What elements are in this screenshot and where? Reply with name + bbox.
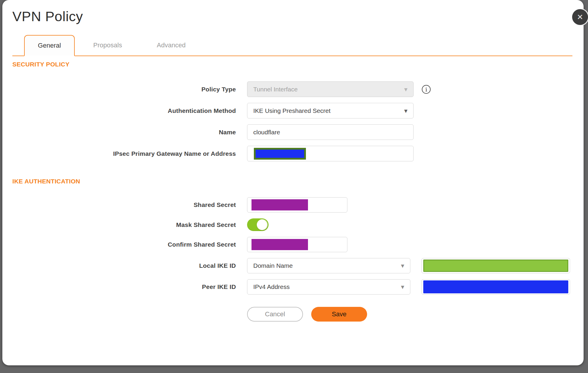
cancel-button[interactable]: Cancel xyxy=(247,307,303,322)
shared-secret-row: Shared Secret xyxy=(12,197,572,213)
local-ike-id-label: Local IKE ID xyxy=(12,262,236,269)
name-value: cloudflare xyxy=(253,129,280,136)
auth-method-label: Authentication Method xyxy=(12,107,236,114)
local-ike-id-row: Local IKE ID Domain Name ▼ xyxy=(12,258,572,273)
chevron-down-icon: ▼ xyxy=(400,263,405,269)
policy-type-select: Tunnel Interface ▼ xyxy=(247,81,414,97)
auth-method-select[interactable]: IKE Using Preshared Secret ▼ xyxy=(247,103,414,118)
tab-general[interactable]: General xyxy=(24,35,75,56)
local-ike-id-redacted-value xyxy=(423,260,568,272)
confirm-shared-secret-row: Confirm Shared Secret xyxy=(12,237,572,252)
peer-ike-id-select[interactable]: IPv4 Address ▼ xyxy=(247,279,410,295)
save-button[interactable]: Save xyxy=(311,307,367,322)
chevron-down-icon: ▼ xyxy=(400,284,405,290)
peer-ike-id-value-input[interactable] xyxy=(422,279,570,295)
tab-bar: General Proposals Advanced xyxy=(12,35,572,56)
name-label: Name xyxy=(12,129,236,136)
gateway-input[interactable] xyxy=(247,146,414,161)
gateway-row: IPsec Primary Gateway Name or Address xyxy=(12,146,572,161)
local-ike-id-select[interactable]: Domain Name ▼ xyxy=(247,258,410,273)
policy-type-row: Policy Type Tunnel Interface ▼ i xyxy=(12,81,572,97)
vpn-policy-dialog: VPN Policy General Proposals Advanced SE… xyxy=(2,0,584,365)
security-policy-form: Policy Type Tunnel Interface ▼ i Authent… xyxy=(12,81,572,322)
tab-advanced[interactable]: Advanced xyxy=(148,35,195,56)
chevron-down-icon: ▼ xyxy=(403,86,409,93)
shared-secret-redacted-value xyxy=(251,199,308,210)
auth-method-row: Authentication Method IKE Using Preshare… xyxy=(12,103,572,118)
gateway-redacted-value xyxy=(254,148,306,160)
section-heading-ike-authentication: IKE AUTHENTICATION xyxy=(12,178,572,185)
chevron-down-icon: ▼ xyxy=(403,108,409,114)
confirm-shared-secret-label: Confirm Shared Secret xyxy=(12,241,236,248)
info-icon[interactable]: i xyxy=(422,85,431,94)
tab-advanced-label: Advanced xyxy=(157,41,186,49)
mask-shared-secret-label: Mask Shared Secret xyxy=(12,221,236,228)
peer-ike-id-type-value: IPv4 Address xyxy=(253,283,290,290)
name-row: Name cloudflare xyxy=(12,124,572,140)
shared-secret-input[interactable] xyxy=(247,197,347,213)
tab-proposals-label: Proposals xyxy=(93,41,122,49)
confirm-shared-secret-input[interactable] xyxy=(247,237,347,252)
tab-general-label: General xyxy=(38,42,61,49)
peer-ike-id-label: Peer IKE ID xyxy=(12,283,236,290)
peer-ike-id-redacted-value xyxy=(423,280,568,293)
action-buttons: Cancel Save xyxy=(247,307,572,322)
peer-ike-id-row: Peer IKE ID IPv4 Address ▼ xyxy=(12,279,572,295)
mask-shared-secret-row: Mask Shared Secret xyxy=(12,218,572,231)
page-title: VPN Policy xyxy=(12,8,572,24)
shared-secret-label: Shared Secret xyxy=(12,201,236,208)
gateway-label: IPsec Primary Gateway Name or Address xyxy=(12,150,236,157)
local-ike-id-type-value: Domain Name xyxy=(253,262,293,269)
tab-proposals[interactable]: Proposals xyxy=(84,35,131,56)
local-ike-id-value-input[interactable] xyxy=(422,258,570,273)
policy-type-value: Tunnel Interface xyxy=(253,86,298,93)
section-heading-security-policy: SECURITY POLICY xyxy=(12,61,572,68)
mask-shared-secret-toggle[interactable] xyxy=(247,218,269,231)
name-input[interactable]: cloudflare xyxy=(247,124,414,140)
policy-type-label: Policy Type xyxy=(12,86,236,93)
confirm-shared-secret-redacted-value xyxy=(251,239,308,250)
close-icon[interactable]: ✕ xyxy=(572,9,588,25)
toggle-knob xyxy=(257,219,268,230)
auth-method-value: IKE Using Preshared Secret xyxy=(253,107,331,114)
